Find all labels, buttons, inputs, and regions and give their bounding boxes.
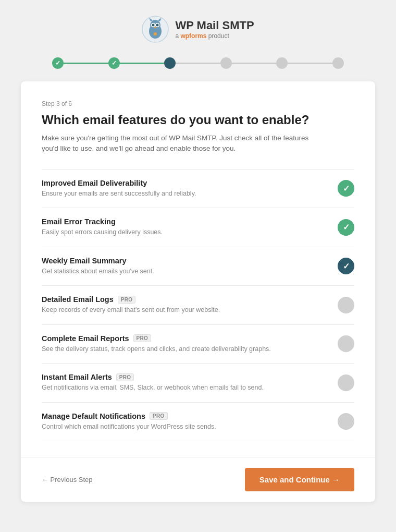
logo-icon bbox=[142, 16, 169, 43]
main-card: Step 3 of 6 Which email features do you … bbox=[21, 81, 375, 502]
pro-badge-default-notifications: PRO bbox=[150, 412, 168, 420]
feature-desc-email-reports: See the delivery status, track opens and… bbox=[42, 345, 327, 354]
feature-desc-weekly-summary: Get statistics about emails you've sent. bbox=[42, 267, 327, 276]
feature-row-email-logs[interactable]: Detailed Email Logs PRO Keep records of … bbox=[42, 286, 354, 325]
feature-name-weekly-summary: Weekly Email Summary bbox=[42, 257, 127, 265]
pro-badge-email-reports: PRO bbox=[133, 334, 152, 342]
feature-info-weekly-summary: Weekly Email Summary Get statistics abou… bbox=[42, 257, 338, 276]
toggle-default-notifications[interactable] bbox=[338, 413, 354, 430]
card-body: Step 3 of 6 Which email features do you … bbox=[21, 81, 375, 457]
toggle-email-reports[interactable] bbox=[338, 335, 354, 352]
feature-name-email-alerts: Instant Email Alerts bbox=[42, 373, 112, 381]
step-line-2-3 bbox=[120, 63, 165, 64]
step-line-3-4 bbox=[176, 63, 220, 64]
toggle-error-tracking[interactable]: ✓ bbox=[338, 219, 354, 236]
feature-desc-email-logs: Keep records of every email that's sent … bbox=[42, 306, 327, 315]
feature-desc-deliverability: Ensure your emails are sent successfully… bbox=[42, 189, 327, 199]
feature-info-email-reports: Complete Email Reports PRO See the deliv… bbox=[42, 334, 338, 354]
card-footer: ← Previous Step Save and Continue → bbox=[21, 457, 375, 502]
svg-point-10 bbox=[154, 32, 157, 35]
header: WP Mail SMTP a wpforms product bbox=[142, 16, 254, 45]
logo-subtitle: a wpforms product bbox=[175, 32, 254, 40]
svg-point-7 bbox=[152, 24, 155, 27]
pro-badge-email-logs: PRO bbox=[118, 296, 136, 304]
step-1-dot: ✓ bbox=[52, 57, 64, 69]
feature-list: Improved Email Deliverability Ensure you… bbox=[42, 169, 354, 442]
feature-row-email-reports[interactable]: Complete Email Reports PRO See the deliv… bbox=[42, 325, 354, 364]
feature-desc-default-notifications: Control which email notifications your W… bbox=[42, 422, 327, 432]
feature-desc-error-tracking: Easily spot errors causing delivery issu… bbox=[42, 228, 327, 237]
toggle-email-alerts[interactable] bbox=[338, 374, 354, 391]
toggle-email-logs[interactable] bbox=[338, 297, 354, 313]
feature-name-deliverability: Improved Email Deliverability bbox=[42, 179, 147, 187]
feature-info-error-tracking: Email Error Tracking Easily spot errors … bbox=[42, 217, 338, 237]
step-5-dot bbox=[276, 57, 288, 69]
feature-row-error-tracking[interactable]: Email Error Tracking Easily spot errors … bbox=[42, 208, 354, 247]
step-6-dot bbox=[332, 57, 344, 69]
feature-name-email-reports: Complete Email Reports bbox=[42, 334, 129, 343]
step-label: Step 3 of 6 bbox=[42, 100, 354, 107]
card-title: Which email features do you want to enab… bbox=[42, 112, 354, 128]
feature-name-error-tracking: Email Error Tracking bbox=[42, 217, 116, 226]
feature-info-email-alerts: Instant Email Alerts PRO Get notificatio… bbox=[42, 373, 338, 393]
logo-text: WP Mail SMTP a wpforms product bbox=[175, 19, 254, 40]
previous-step-link[interactable]: ← Previous Step bbox=[42, 476, 93, 483]
step-3-dot bbox=[164, 57, 176, 69]
toggle-weekly-summary[interactable]: ✓ bbox=[338, 258, 354, 274]
step-line-1-2 bbox=[64, 63, 108, 64]
logo-container: WP Mail SMTP a wpforms product bbox=[142, 16, 254, 43]
card-description: Make sure you're getting the most out of… bbox=[42, 133, 313, 154]
pro-badge-email-alerts: PRO bbox=[116, 373, 134, 381]
save-and-continue-button[interactable]: Save and Continue → bbox=[245, 468, 354, 491]
step-line-5-6 bbox=[288, 63, 332, 64]
logo-title: WP Mail SMTP bbox=[175, 19, 254, 32]
feature-info-deliverability: Improved Email Deliverability Ensure you… bbox=[42, 179, 338, 199]
feature-info-email-logs: Detailed Email Logs PRO Keep records of … bbox=[42, 295, 338, 315]
step-line-4-5 bbox=[232, 63, 277, 64]
toggle-deliverability[interactable]: ✓ bbox=[338, 180, 354, 197]
feature-row-default-notifications[interactable]: Manage Default Notifications PRO Control… bbox=[42, 403, 354, 442]
step-4-dot bbox=[220, 57, 232, 69]
svg-point-8 bbox=[156, 24, 159, 27]
step-2-dot: ✓ bbox=[108, 57, 120, 69]
feature-name-email-logs: Detailed Email Logs bbox=[42, 295, 114, 304]
feature-name-default-notifications: Manage Default Notifications bbox=[42, 412, 145, 420]
feature-row-email-alerts[interactable]: Instant Email Alerts PRO Get notificatio… bbox=[42, 364, 354, 403]
feature-desc-email-alerts: Get notifications via email, SMS, Slack,… bbox=[42, 383, 327, 393]
feature-row-deliverability[interactable]: Improved Email Deliverability Ensure you… bbox=[42, 170, 354, 209]
progress-bar: ✓ ✓ bbox=[52, 57, 344, 69]
feature-row-weekly-summary[interactable]: Weekly Email Summary Get statistics abou… bbox=[42, 247, 354, 286]
feature-info-default-notifications: Manage Default Notifications PRO Control… bbox=[42, 412, 338, 432]
